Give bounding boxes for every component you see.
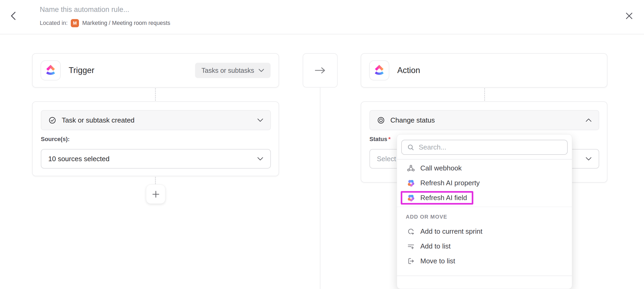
location-breadcrumb: Located in: M Marketing / Meeting room r… [40, 19, 170, 27]
chevron-left-icon [10, 11, 17, 20]
check-circle-icon [48, 116, 56, 124]
space-badge[interactable]: M [71, 19, 79, 27]
sources-value: 10 sources selected [48, 155, 109, 163]
menu-item-refresh-ai-field[interactable]: Refresh AI field [397, 191, 572, 205]
sources-select[interactable]: 10 sources selected [41, 149, 271, 169]
section-header-add-or-move: ADD OR MOVE [397, 207, 572, 223]
action-type-label: Change status [390, 116, 435, 124]
menu-item-refresh-ai-property[interactable]: Refresh AI property [397, 176, 572, 191]
clickup-logo-icon [374, 64, 385, 77]
sources-label: Source(s): [41, 136, 70, 143]
rule-name-input[interactable] [40, 4, 331, 15]
menu-item-call-webhook[interactable]: Call webhook [397, 161, 572, 176]
divider [397, 276, 572, 276]
close-icon [625, 12, 633, 20]
trigger-type-selector[interactable]: Tasks or subtasks [195, 63, 271, 78]
action-menu-group: Call webhook Refresh AI property [397, 160, 572, 207]
chevron-down-icon [257, 157, 263, 161]
menu-item-label: Call webhook [420, 164, 462, 172]
header: Located in: M Marketing / Meeting room r… [0, 0, 644, 34]
chevron-down-icon [258, 69, 264, 72]
trigger-title: Trigger [69, 66, 94, 75]
menu-item-move-to-list[interactable]: Move to list [397, 254, 572, 268]
close-button[interactable] [623, 10, 636, 22]
action-card: Action [361, 53, 607, 88]
search-icon [407, 144, 414, 151]
status-field-label: Status* [369, 136, 391, 143]
trigger-config-card: Task or subtask created Source(s): 10 so… [32, 101, 279, 176]
add-to-list-icon [407, 242, 415, 250]
menu-item-label: Add to current sprint [420, 227, 482, 236]
flow-connector-line [320, 88, 320, 289]
ai-sparkle-icon [407, 179, 415, 187]
search-container [397, 134, 572, 159]
search-input[interactable] [419, 143, 562, 151]
chevron-down-icon [585, 157, 592, 161]
action-connector-dashed [484, 88, 485, 101]
menu-item-label: Move to list [420, 257, 455, 265]
clickup-logo-icon [45, 64, 56, 77]
ai-sparkle-icon [407, 194, 415, 202]
trigger-card: Trigger Tasks or subtasks [32, 53, 279, 88]
location-path[interactable]: Marketing / Meeting room requests [82, 20, 170, 26]
trigger-plus-connector-dashed [155, 177, 156, 184]
menu-item-label: Add to list [420, 242, 451, 250]
add-node-button[interactable] [146, 184, 165, 204]
menu-item-label: Refresh AI field [420, 194, 467, 202]
arrow-right-icon [314, 67, 326, 74]
sprint-icon [407, 227, 415, 236]
move-to-list-icon [407, 257, 415, 265]
popup-bottom-padding [397, 270, 572, 276]
menu-item-add-to-current-sprint[interactable]: Add to current sprint [397, 224, 572, 239]
clickup-logo-box [369, 60, 389, 80]
trigger-to-action-node[interactable] [303, 53, 338, 88]
search-box[interactable] [401, 140, 568, 155]
add-or-move-group: Add to current sprint Add to list Move t… [397, 223, 572, 270]
status-select-placeholder: Select [377, 155, 396, 163]
webhook-icon [407, 164, 415, 172]
back-button[interactable] [7, 10, 19, 22]
required-marker: * [388, 136, 391, 142]
trigger-type-label: Tasks or subtasks [201, 67, 254, 74]
trigger-event-select[interactable]: Task or subtask created [41, 110, 271, 130]
status-label-text: Status [369, 136, 387, 142]
action-title: Action [397, 66, 420, 75]
trigger-connector-dashed [155, 88, 156, 101]
menu-item-label: Refresh AI property [420, 179, 480, 187]
action-type-select[interactable]: Change status [369, 110, 599, 130]
status-target-icon [377, 116, 385, 124]
menu-item-add-to-list[interactable]: Add to list [397, 239, 572, 254]
chevron-down-icon [257, 118, 263, 122]
action-picker-popup: Call webhook Refresh AI property [397, 134, 572, 289]
plus-icon [151, 190, 160, 199]
chevron-up-icon [585, 118, 592, 122]
trigger-event-label: Task or subtask created [62, 116, 135, 124]
clickup-logo-box [41, 60, 61, 80]
highlight-box: Refresh AI field [401, 191, 473, 205]
located-in-label: Located in: [40, 20, 68, 26]
